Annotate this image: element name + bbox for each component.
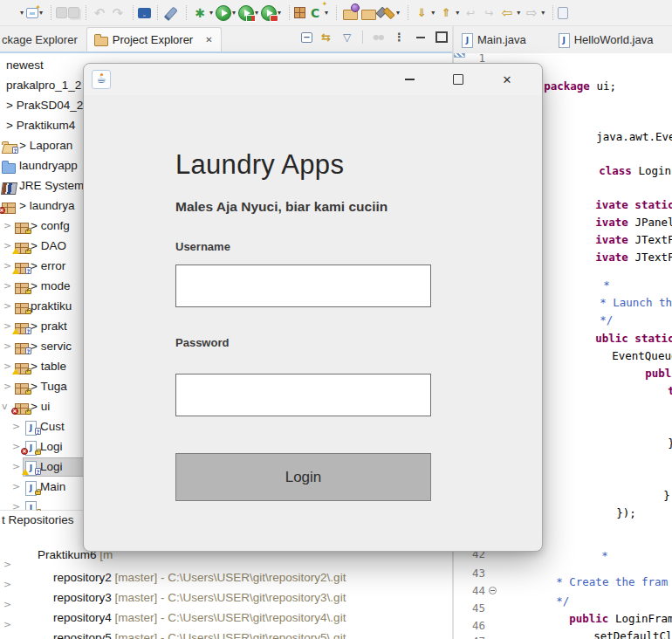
pin-editor-button[interactable] (162, 4, 180, 22)
coverage-grid-button[interactable] (294, 7, 305, 18)
git-repo-row[interactable]: > repository4 [master] - C:\Users\USER\g… (0, 595, 452, 615)
git-repo-row[interactable]: > repository6 [master] - C:\Users\USER\g… (0, 636, 452, 639)
dropdown-chevron-icon[interactable] (517, 9, 520, 17)
expander-chevron-icon[interactable]: > (12, 461, 20, 472)
dropdown-chevron-icon[interactable] (396, 9, 400, 17)
tree-item-label: JRE System (19, 179, 84, 192)
decorator-badge-icon (25, 250, 31, 254)
search-button[interactable] (378, 4, 401, 22)
expander-chevron-icon[interactable]: > (3, 579, 11, 590)
decorator-badge-icon (0, 207, 5, 214)
new-wizard-button[interactable] (26, 8, 45, 18)
line-number: 46 (461, 619, 485, 633)
password-input[interactable] (175, 374, 431, 416)
tab-project-explorer[interactable]: Project Explorer (86, 27, 222, 53)
view-menu-button[interactable]: ⋮ (392, 30, 407, 45)
focus-button[interactable]: ●● (371, 30, 386, 45)
login-form: Laundry Apps Males Aja Nyuci, biar kami … (84, 95, 542, 551)
decorator-badge-icon (25, 230, 31, 234)
git-repo-row[interactable]: > repository3 [master] - C:\Users\USER\g… (0, 575, 452, 595)
undo-button[interactable]: ↶ (91, 4, 108, 22)
decorator-badge-icon (25, 390, 31, 395)
expander-chevron-icon[interactable]: > (12, 481, 20, 492)
expander-chevron-icon[interactable]: > (3, 320, 11, 332)
go-up-button[interactable]: ⇑ (437, 4, 461, 22)
back-button[interactable]: ⇦ (498, 4, 522, 22)
expander-chevron-icon[interactable]: > (3, 220, 11, 231)
main-toolbar: ↶ ↷ (0, 0, 672, 26)
open-resource-button[interactable] (360, 4, 377, 22)
dropdown-chevron-icon[interactable] (209, 9, 213, 17)
expander-chevron-icon[interactable]: > (3, 260, 11, 271)
expander-chevron-icon[interactable]: > (3, 559, 11, 570)
coverage-button[interactable] (238, 5, 260, 21)
editor-tab-row: Main.java HelloWorld.java (454, 26, 672, 53)
username-input[interactable] (175, 265, 431, 307)
open-type-button[interactable] (341, 4, 359, 22)
expander-chevron-icon[interactable]: > (3, 300, 11, 312)
minimize-button[interactable] (385, 64, 434, 95)
tree-item-label: > Laporan (19, 139, 72, 152)
tree-item-label: Logi (40, 440, 63, 453)
tree-item-label: > mode (31, 279, 70, 292)
login-frame-window[interactable]: ☕ Laundry Apps Males Aja Nyuci, biar kam… (83, 63, 543, 552)
forward-history-disabled-button[interactable]: ↪ (480, 4, 497, 22)
tree-node-icon (15, 220, 29, 234)
explorer-view-toolbar: ⇆ ▽ ●● ⋮ (301, 30, 449, 45)
save-all-button[interactable] (68, 7, 79, 18)
app-tagline: Males Aja Nyuci, biar kami cuciin (175, 199, 387, 215)
dropdown-chevron-icon[interactable] (456, 9, 459, 17)
tree-item-label: prakalpro_1_2 (6, 79, 81, 92)
fold-collapse-icon[interactable] (489, 587, 497, 594)
tab-package-explorer[interactable]: ckage Explorer (0, 27, 81, 52)
git-repo-row[interactable]: > repository5 [master] - C:\Users\USER\g… (0, 615, 452, 636)
expander-chevron-icon[interactable]: > (3, 599, 11, 610)
dropdown-chevron-icon[interactable] (325, 9, 328, 17)
open-console-button[interactable] (138, 8, 151, 18)
forward-button[interactable]: ⇨ (523, 4, 546, 22)
expander-chevron-icon[interactable]: > (3, 280, 11, 292)
expander-chevron-icon[interactable]: v (2, 401, 8, 412)
redo-button[interactable]: ↷ (109, 4, 127, 22)
last-edit-location-button[interactable]: ⇓ (413, 4, 436, 22)
new-java-class-button[interactable]: C (306, 4, 330, 22)
profile-button[interactable] (261, 5, 283, 21)
save-button[interactable] (56, 7, 67, 18)
maximize-button[interactable] (434, 64, 483, 95)
expander-chevron-icon[interactable]: > (12, 441, 20, 452)
run-button[interactable] (216, 5, 237, 21)
expander-chevron-icon[interactable]: > (3, 381, 11, 392)
back-history-disabled-button[interactable]: ↩ (462, 4, 479, 22)
expander-chevron-icon[interactable]: > (3, 361, 11, 372)
login-button[interactable]: Login (175, 453, 431, 501)
tree-node-icon (2, 200, 16, 214)
debug-button[interactable]: ✱ (191, 4, 215, 22)
overflow-chevron[interactable] (2, 4, 25, 22)
dropdown-chevron-icon[interactable] (20, 9, 24, 17)
close-button[interactable] (483, 64, 531, 95)
editor-tab[interactable]: Main.java (461, 27, 526, 52)
minimize-view-button[interactable] (413, 30, 428, 45)
expander-chevron-icon[interactable]: > (3, 240, 11, 251)
window-titlebar[interactable]: ☕ (84, 64, 542, 95)
decorator-badge-icon (25, 347, 31, 354)
decorator-badge-icon (12, 248, 19, 254)
collapse-all-button[interactable] (301, 32, 312, 43)
editor-tab[interactable]: HelloWorld.java (558, 27, 654, 52)
tree-item-label: > Praktikum4 (6, 119, 75, 132)
filter-button[interactable]: ▽ (339, 30, 354, 45)
link-with-editor-button[interactable]: ⇆ (319, 30, 333, 45)
dropdown-chevron-icon[interactable] (541, 9, 545, 17)
dropdown-chevron-icon[interactable] (431, 9, 435, 17)
expander-chevron-icon[interactable]: > (3, 619, 11, 630)
dropdown-chevron-icon[interactable] (232, 9, 236, 17)
git-repo-row[interactable]: > repository2 [master] - C:\Users\USER\g… (0, 555, 452, 575)
close-tab-icon[interactable] (205, 35, 212, 45)
expander-chevron-icon[interactable]: > (3, 340, 11, 352)
line-number: 47 (461, 635, 485, 639)
expander-chevron-icon[interactable]: > (12, 421, 20, 432)
clipped-toolbar-icon[interactable] (558, 7, 568, 19)
maximize-view-button[interactable] (434, 30, 449, 45)
tree-item-label: > ui (31, 400, 50, 413)
tree-item-label: > confg (31, 219, 70, 232)
